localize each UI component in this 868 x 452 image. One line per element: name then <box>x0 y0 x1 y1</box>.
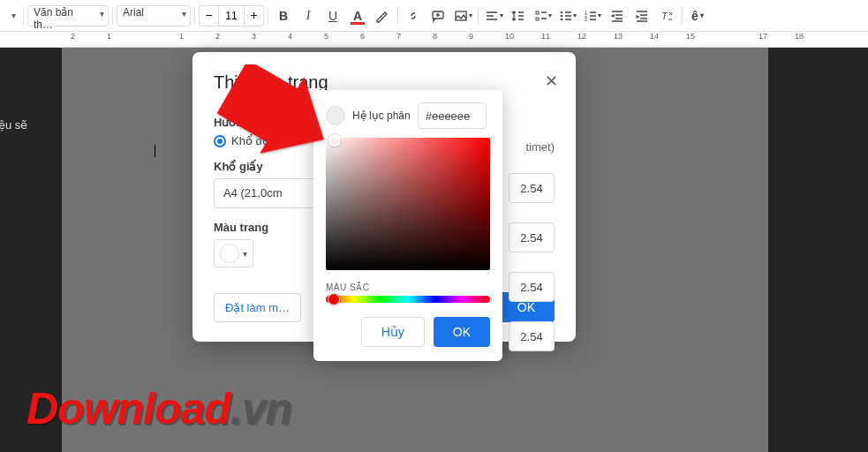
insert-link-button[interactable] <box>402 4 425 27</box>
underline-button[interactable]: U <box>321 4 344 27</box>
text-color-button[interactable]: A <box>346 4 369 27</box>
divider <box>682 7 683 25</box>
ruler-tick: 6 <box>360 32 365 41</box>
page-text-fragment: ı liệu sẽ <box>0 118 27 132</box>
align-button[interactable]: ▾ <box>482 4 505 27</box>
sv-thumb[interactable] <box>328 134 341 147</box>
hue-thumb[interactable] <box>328 293 340 305</box>
ruler-tick: 1 <box>179 32 184 41</box>
font-size-control: − 11 + <box>199 5 264 26</box>
margin-top-input[interactable] <box>509 173 555 203</box>
hue-label: MÀU SẮC <box>326 282 490 292</box>
ruler-tick: 7 <box>396 32 401 41</box>
orientation-portrait-radio[interactable] <box>214 135 226 147</box>
divider <box>112 7 113 25</box>
picker-ok-button[interactable]: OK <box>434 317 490 347</box>
numbered-list-button[interactable]: 123▾ <box>581 4 604 27</box>
hex-label: Hệ lục phân <box>352 109 411 122</box>
bold-button[interactable]: B <box>272 4 295 27</box>
ruler-tick: 10 <box>505 32 514 41</box>
margin-right-input[interactable] <box>509 321 555 351</box>
ruler-tick: 5 <box>324 32 328 41</box>
ruler-tick: 9 <box>469 32 473 41</box>
svg-point-5 <box>561 14 563 17</box>
highlight-color-button[interactable] <box>371 4 394 27</box>
input-tools-button[interactable]: ê▾ <box>686 4 709 27</box>
page-color-select[interactable] <box>214 239 253 267</box>
ruler-tick: 13 <box>614 32 623 41</box>
picker-cancel-button[interactable]: Hủy <box>361 317 425 347</box>
ruler-tick: 8 <box>433 32 437 41</box>
font-size-increase[interactable]: + <box>245 5 264 26</box>
checklist-button[interactable]: ▾ <box>532 4 555 27</box>
clear-formatting-button[interactable]: T <box>655 4 678 27</box>
ruler-tick: 2 <box>215 32 220 41</box>
increase-indent-button[interactable] <box>630 4 653 27</box>
formatting-toolbar: ▾ Văn bản th… Arial − 11 + B I U A ▾ ▾ ▾… <box>0 0 868 32</box>
font-size-decrease[interactable]: − <box>199 5 218 26</box>
insert-comment-button[interactable] <box>426 4 449 27</box>
hue-slider[interactable] <box>326 296 490 303</box>
ruler-tick: 17 <box>759 32 767 41</box>
italic-button[interactable]: I <box>297 4 320 27</box>
close-icon[interactable]: ✕ <box>545 72 558 91</box>
divider <box>194 7 195 25</box>
page-color-swatch <box>220 244 239 263</box>
horizontal-ruler[interactable]: /* ticks populated below */ 211234567891… <box>0 32 868 48</box>
ruler-tick: 14 <box>650 32 659 41</box>
margin-left-input[interactable] <box>509 272 555 302</box>
set-default-button[interactable]: Đặt làm m… <box>214 293 301 322</box>
ruler-tick: 3 <box>252 32 256 41</box>
ruler-tick: 4 <box>288 32 292 41</box>
divider <box>397 7 398 25</box>
insert-image-button[interactable]: ▾ <box>451 4 474 27</box>
ruler-tick: 11 <box>541 32 550 41</box>
hex-input[interactable] <box>418 102 487 129</box>
divider <box>23 7 24 25</box>
font-family-select[interactable]: Arial <box>117 5 191 26</box>
divider <box>268 7 268 25</box>
svg-rect-2 <box>536 11 539 14</box>
orientation-portrait-label: Khổ dọc <box>231 134 275 147</box>
font-size-value[interactable]: 11 <box>218 5 245 26</box>
decrease-indent-button[interactable] <box>606 4 629 27</box>
saturation-value-panel[interactable] <box>326 138 490 270</box>
margin-bottom-input[interactable] <box>509 222 555 252</box>
svg-point-4 <box>561 11 563 13</box>
svg-text:3: 3 <box>585 17 587 22</box>
ruler-tick: 18 <box>795 32 804 41</box>
ruler-tick: 1 <box>107 32 111 41</box>
paragraph-style-select[interactable]: Văn bản th… <box>27 5 109 26</box>
hex-preview-swatch <box>326 106 345 125</box>
svg-rect-3 <box>536 18 539 20</box>
divider <box>478 7 479 25</box>
svg-text:T: T <box>661 11 668 21</box>
custom-color-picker: Hệ lục phân MÀU SẮC Hủy OK <box>313 90 502 361</box>
ruler-tick: 2 <box>71 32 75 41</box>
ruler-tick: 15 <box>686 32 695 41</box>
bulleted-list-button[interactable]: ▾ <box>556 4 579 27</box>
ruler-tick: 12 <box>577 32 586 41</box>
toolbar-prev-icon[interactable]: ▾ <box>7 11 19 20</box>
line-spacing-button[interactable] <box>507 4 530 27</box>
svg-point-6 <box>561 18 563 20</box>
